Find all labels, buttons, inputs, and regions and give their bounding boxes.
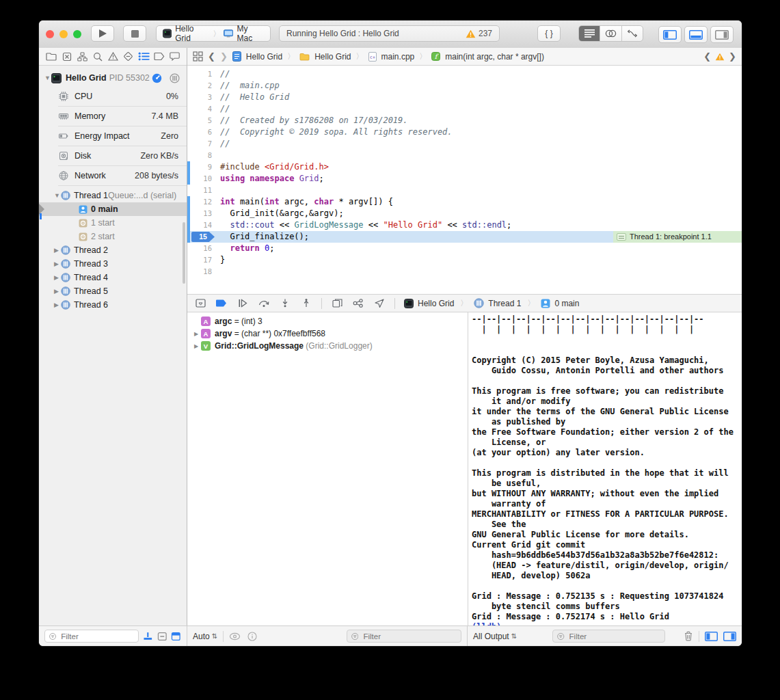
toggle-navigator-panel-button[interactable] xyxy=(658,26,682,43)
run-button[interactable] xyxy=(91,25,114,42)
thread-row[interactable]: ▶Thread 4 xyxy=(39,271,187,284)
view-hierarchy-button[interactable] xyxy=(331,297,343,310)
show-stack-frames-icon[interactable] xyxy=(157,632,167,641)
code-line-10[interactable]: 10using namespace Grid; xyxy=(187,173,742,185)
thread-row[interactable]: ▶Thread 3 xyxy=(39,257,187,271)
stop-button[interactable] xyxy=(123,25,146,42)
library-button[interactable]: { } xyxy=(537,25,561,42)
line-number[interactable]: 4 xyxy=(190,103,212,115)
code-line-6[interactable]: 6// Copyright © 2019 sopa. All rights re… xyxy=(187,126,742,138)
crumb-group[interactable]: Hello Grid xyxy=(314,52,351,62)
line-number[interactable]: 8 xyxy=(190,150,212,161)
disclosure-triangle-icon[interactable]: ▶ xyxy=(54,274,61,281)
minimize-window-button[interactable] xyxy=(59,30,68,38)
line-number[interactable]: 11 xyxy=(190,185,212,196)
gauge-row-energy-impact[interactable]: Energy ImpactZero xyxy=(39,126,187,146)
code-line-9[interactable]: 9#include <Grid/Grid.h> xyxy=(187,161,742,173)
thread-row[interactable]: ▶Thread 5 xyxy=(39,284,187,298)
version-editor-button[interactable] xyxy=(621,26,643,41)
console-scope-popup[interactable]: All Output ⇅ xyxy=(473,632,517,641)
variable-row[interactable]: ▶Aargv = (char **) 0x7ffeefbff568 xyxy=(187,327,468,340)
navigator-scrollbar[interactable] xyxy=(183,222,185,284)
toggle-console-pane-button[interactable] xyxy=(723,632,736,641)
debug-crumb-process[interactable]: Hello Grid xyxy=(418,299,454,308)
breakpoint-navigator-icon[interactable] xyxy=(152,51,166,63)
variable-row[interactable]: Aargc = (int) 3 xyxy=(187,315,468,327)
step-into-button[interactable] xyxy=(279,297,291,310)
show-running-processes-icon[interactable] xyxy=(143,632,153,641)
gauge-row-cpu[interactable]: CPU0% xyxy=(39,86,187,106)
find-navigator-icon[interactable] xyxy=(91,51,105,63)
disclosure-triangle-icon[interactable]: ▼ xyxy=(54,192,61,199)
toggle-variables-pane-button[interactable] xyxy=(705,632,718,641)
breakpoints-toggle-button[interactable] xyxy=(215,297,228,310)
code-line-5[interactable]: 5// Created by s1786208 on 17/03/2019. xyxy=(187,115,742,126)
go-back-button[interactable]: ❮ xyxy=(208,51,215,62)
related-items-icon[interactable] xyxy=(193,51,203,62)
line-number[interactable]: 1 xyxy=(190,68,212,80)
queue-view-toggle-button[interactable] xyxy=(170,73,180,83)
gauges-toggle-button[interactable] xyxy=(152,73,162,83)
code-line-2[interactable]: 2// main.cpp xyxy=(187,80,742,92)
line-number[interactable]: 18 xyxy=(190,266,212,278)
debug-crumb-frame[interactable]: 0 main xyxy=(554,299,579,308)
breakpoint-badge[interactable]: 15 xyxy=(191,232,215,242)
line-number[interactable]: 9 xyxy=(190,161,212,173)
report-navigator-icon[interactable] xyxy=(167,51,181,63)
disclosure-triangle-icon[interactable]: ▶ xyxy=(193,343,200,349)
disclosure-triangle-icon[interactable]: ▶ xyxy=(54,260,61,267)
line-number[interactable]: 3 xyxy=(190,92,212,103)
code-line-7[interactable]: 7// xyxy=(187,138,742,150)
line-number[interactable]: 12 xyxy=(190,196,212,208)
print-description-button[interactable] xyxy=(247,632,257,641)
zoom-window-button[interactable] xyxy=(73,30,81,38)
code-line-1[interactable]: 1// xyxy=(187,68,742,80)
source-editor[interactable]: 1//2// main.cpp3// Hello Grid4//5// Crea… xyxy=(187,66,742,294)
console-view[interactable]: --|--|--|--|--|--|--|--|--|--|--|--|--|-… xyxy=(468,312,742,625)
close-window-button[interactable] xyxy=(46,30,54,38)
line-number[interactable]: 13 xyxy=(190,208,212,219)
toggle-inspector-panel-button[interactable] xyxy=(710,26,734,43)
test-navigator-icon[interactable] xyxy=(122,51,135,63)
variables-filter-field[interactable] xyxy=(347,630,461,643)
variable-row[interactable]: ▶VGrid::GridLogMessage (Grid::GridLogger… xyxy=(187,340,468,352)
scheme-selector[interactable]: Hello Grid 〉 My Mac xyxy=(156,25,271,42)
source-control-navigator-icon[interactable] xyxy=(60,51,74,63)
variables-scope-popup[interactable]: Auto ⇅ xyxy=(193,632,217,641)
assistant-editor-button[interactable] xyxy=(600,26,621,41)
gauge-row-memory[interactable]: Memory7.4 MB xyxy=(39,106,187,126)
process-row[interactable]: ▼ Hello Grid PID 55302 xyxy=(39,71,187,85)
code-line-13[interactable]: 13 Grid_init(&argc,&argv); xyxy=(187,208,742,219)
crumb-project[interactable]: Hello Grid xyxy=(246,52,282,62)
gauge-row-network[interactable]: Network208 bytes/s xyxy=(39,165,187,185)
debug-crumb-thread[interactable]: Thread 1 xyxy=(488,299,521,308)
navigator-filter-input[interactable] xyxy=(59,632,134,641)
code-line-8[interactable]: 8 xyxy=(187,150,742,161)
gauge-row-disk[interactable]: DiskZero KB/s xyxy=(39,146,187,165)
stack-frame-row[interactable]: 2 start xyxy=(39,230,187,243)
code-line-15[interactable]: 15 Grid_finalize();Thread 1: breakpoint … xyxy=(187,231,742,243)
memory-graph-button[interactable] xyxy=(352,297,364,310)
quick-look-button[interactable] xyxy=(229,632,241,641)
thread-row[interactable]: ▶Thread 2 xyxy=(39,243,187,257)
code-line-14[interactable]: 14 std::cout << GridLogMessage << "Hello… xyxy=(187,219,742,231)
line-number[interactable]: 6 xyxy=(190,126,212,138)
code-line-4[interactable]: 4// xyxy=(187,103,742,115)
symbol-navigator-icon[interactable] xyxy=(75,51,89,63)
code-line-3[interactable]: 3// Hello Grid xyxy=(187,92,742,103)
next-issue-button[interactable]: ❯ xyxy=(729,51,736,62)
clear-console-button[interactable] xyxy=(684,631,693,641)
project-navigator-icon[interactable] xyxy=(44,51,58,63)
issue-navigator-icon[interactable] xyxy=(106,51,120,63)
simulate-location-button[interactable] xyxy=(373,297,386,310)
navigator-filter-field[interactable] xyxy=(44,630,139,643)
crumb-symbol[interactable]: main(int argc, char * argv[]) xyxy=(445,52,544,62)
line-number[interactable]: 17 xyxy=(190,254,212,266)
step-over-button[interactable] xyxy=(258,297,270,310)
previous-issue-button[interactable]: ❮ xyxy=(703,51,711,62)
step-out-button[interactable] xyxy=(300,297,312,310)
code-line-16[interactable]: 16 return 0; xyxy=(187,243,742,254)
line-number[interactable]: 5 xyxy=(190,115,212,126)
line-number[interactable]: 10 xyxy=(190,173,212,185)
crumb-file[interactable]: main.cpp xyxy=(381,52,415,62)
